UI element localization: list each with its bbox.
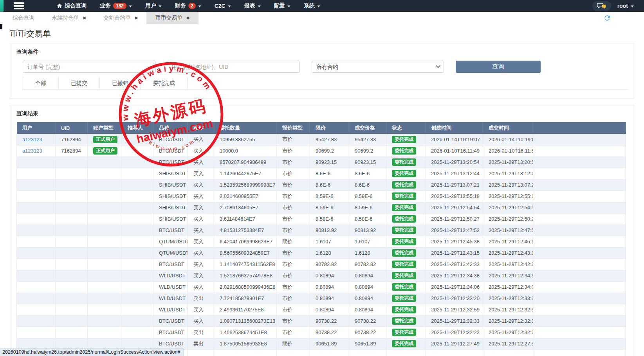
cell-side: 买入: [188, 202, 214, 213]
cell-limit-price: 8.58E-6: [310, 213, 349, 225]
cell-dealt-at: 2025-11-29T12:34:39: [483, 270, 533, 281]
status-badge: 委托完成: [392, 192, 416, 200]
cell-price-type: 市价: [277, 281, 310, 293]
cell-quantity: 1.4062538674451E8: [214, 327, 277, 338]
contract-select-wrap: 所有合约: [312, 61, 444, 73]
filter-tab-2[interactable]: 已提交: [59, 77, 100, 89]
cell-limit-price: 90651.89: [310, 338, 349, 349]
nav-item-4[interactable]: 财务2: [175, 2, 201, 9]
status-badge: 委托完成: [392, 238, 416, 245]
column-header: 创建时间: [426, 122, 483, 134]
cell-created-at: 2025-11-29T13:12:44: [426, 168, 483, 179]
cell-dealt-at: 2025-11-29T12:34:06: [483, 281, 533, 293]
cell-created-at: 2025-11-29T13:20:54: [426, 156, 483, 168]
status-badge: 委托完成: [392, 227, 416, 234]
cell-status: 委托完成: [386, 338, 426, 349]
cell-user: [17, 225, 56, 236]
cell-symbol: BTC/USDT: [153, 327, 188, 338]
search-button[interactable]: 查询: [456, 61, 541, 73]
cell-quantity: 4.815312753384E7: [214, 225, 277, 236]
nav-item-2[interactable]: 业务182: [100, 2, 132, 9]
open-tab-1[interactable]: 综合查询: [4, 12, 43, 24]
order-id-input[interactable]: [23, 61, 156, 73]
cell-quantity: 6.420417069998623E7: [214, 236, 277, 247]
cell-limit-price: 90782.82: [310, 259, 349, 270]
status-badge: 委托完成: [392, 306, 416, 313]
cell-account-type: [88, 168, 122, 179]
cell-status: 委托完成: [386, 304, 426, 315]
cell-dealt-at: 2026-01-14T10:19:08: [483, 134, 533, 145]
close-tab-icon[interactable]: ✖: [134, 16, 138, 21]
close-tab-icon[interactable]: ✖: [83, 16, 86, 21]
cell-actions-empty: [533, 281, 626, 293]
user-link[interactable]: a123123: [22, 148, 42, 154]
cell-deal-price: 1.6107: [349, 236, 386, 247]
column-header: 用户: [17, 122, 56, 134]
cell-uid: [56, 156, 88, 168]
cell-status: 委托完成: [386, 179, 426, 191]
cell-quantity: 8.56055609324859E7: [214, 247, 277, 259]
tab-label: 交割合约单: [103, 14, 131, 22]
cell-limit-price: 8.6E-6: [310, 179, 349, 191]
cell-limit-price: 90738.22: [310, 315, 349, 327]
cell-side: 买入: [188, 236, 214, 247]
messages-button[interactable]: [592, 1, 611, 11]
cell-deal-price: 8.59E-6: [349, 191, 386, 202]
column-header: 限价: [310, 122, 349, 134]
table-header-row: 用户UID账户类型推荐人品种操作委托数量报价类型限价成交价格状态创建时间成交时间: [17, 122, 626, 134]
refresh-button[interactable]: [603, 14, 611, 22]
nav-item-6[interactable]: 报表: [244, 2, 261, 9]
cell-referrer: [122, 156, 153, 168]
filter-tab-3[interactable]: 已撤销: [100, 77, 141, 89]
username-uid-input[interactable]: [167, 61, 300, 73]
user-menu[interactable]: root: [617, 3, 634, 9]
cell-account-type: [88, 338, 122, 349]
filter-tab-1[interactable]: 全部: [23, 77, 59, 89]
orders-table: 用户UID账户类型推荐人品种操作委托数量报价类型限价成交价格状态创建时间成交时间…: [16, 122, 626, 356]
cell-symbol: WLD/USDT: [153, 293, 188, 304]
close-tab-icon[interactable]: ✖: [186, 16, 189, 21]
status-badge: 委托完成: [392, 295, 416, 302]
cell-limit-price: 95427.83: [310, 134, 349, 145]
cell-price-type: 市价: [277, 270, 310, 281]
cell-price-type: 市价: [277, 315, 310, 327]
cell-uid: [56, 293, 88, 304]
filter-tab-4[interactable]: 委托完成: [141, 77, 188, 89]
cell-referrer: [122, 168, 153, 179]
home-icon: [57, 3, 62, 9]
cell-dealt-at: 2025-11-29T12:32:23: [483, 327, 533, 338]
nav-item-3[interactable]: 用户: [145, 2, 162, 9]
cell-referrer: [122, 327, 153, 338]
table-row: SHIB/USDT买入1.5235925689999998E7市价8.6E-68…: [17, 179, 626, 191]
hamburger-menu-icon[interactable]: [4, 0, 34, 12]
cell-actions-empty: [533, 156, 626, 168]
cell-side: 买入: [188, 315, 214, 327]
user-link[interactable]: a123123: [22, 137, 42, 142]
open-tab-3[interactable]: 交割合约单✖: [95, 12, 146, 24]
nav-item-8[interactable]: 系统: [304, 2, 320, 9]
cell-dealt-at: 2025-11-29T12:42:33: [483, 259, 533, 270]
cell-referrer: [122, 247, 153, 259]
accent-strip: [0, 0, 4, 12]
cell-deal-price: 90699.2: [349, 145, 386, 156]
cell-referrer: [122, 191, 153, 202]
nav-item-1[interactable]: 综合查询: [57, 2, 87, 9]
cell-symbol: QTUM/USDT: [153, 247, 188, 259]
cell-uid: [56, 270, 88, 281]
status-badge: 委托完成: [392, 249, 416, 257]
contract-select[interactable]: 所有合约: [312, 61, 444, 73]
cell-referrer: [122, 270, 153, 281]
account-type-badge: 正式用户: [93, 147, 117, 155]
cell-user: [17, 259, 56, 270]
table-row: SHIB/USDT买入2.7086134605E7市价8.59E-68.59E-…: [17, 202, 626, 213]
cell-actions-empty: [533, 315, 626, 327]
open-tab-2[interactable]: 永续持仓单✖: [43, 12, 95, 24]
table-row: BTC/USDT买入8570207.904986499市价90923.15909…: [17, 156, 626, 168]
nav-item-7[interactable]: 配置: [274, 2, 290, 9]
cell-symbol: QTUM/USDT: [153, 236, 188, 247]
cell-created-at: 2025-11-29T12:55:18: [426, 191, 483, 202]
open-tab-4[interactable]: 币币交易单✖: [146, 12, 198, 24]
cell-actions-empty: [533, 202, 626, 213]
nav-item-5[interactable]: C2C: [215, 3, 231, 9]
status-badge: 委托完成: [392, 158, 416, 166]
